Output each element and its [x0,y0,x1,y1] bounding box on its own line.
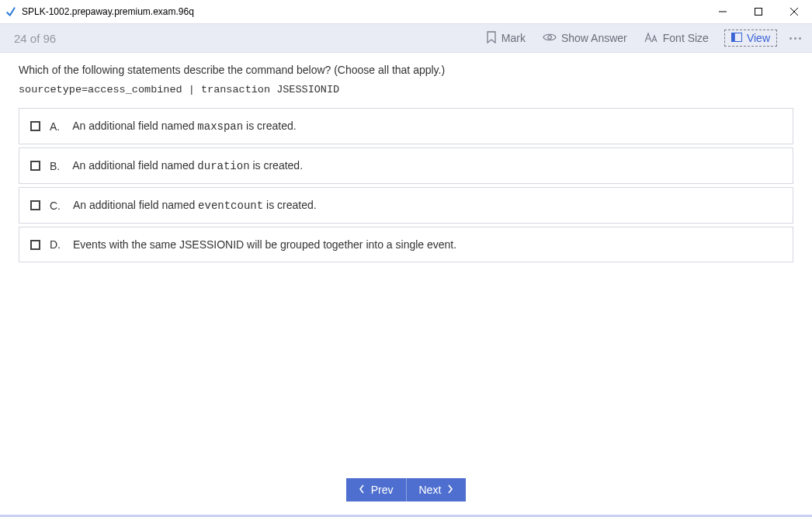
question-counter: 24 of 96 [14,32,56,45]
chevron-right-icon [447,484,453,496]
option-text: Events with the same JSESSIONID will be … [73,238,456,251]
checkbox-icon[interactable] [30,200,40,210]
view-layout-icon [731,32,742,44]
next-button[interactable]: Next [407,478,467,501]
prev-button[interactable]: Prev [346,478,407,501]
font-size-button[interactable]: Font Size [644,32,709,45]
eye-icon [543,32,557,44]
checkbox-icon[interactable] [30,161,40,171]
maximize-button[interactable] [741,0,776,23]
view-label: View [747,32,770,44]
options-list: A. An additional field named maxspan is … [19,108,793,262]
window-title: SPLK-1002.prepaway.premium.exam.96q [22,6,705,17]
show-answer-label: Show Answer [561,32,627,44]
close-button[interactable] [776,0,812,23]
app-icon [5,5,17,18]
chevron-left-icon [359,484,365,496]
option-a[interactable]: A. An additional field named maxspan is … [19,108,793,144]
option-c[interactable]: C. An additional field named eventcount … [19,187,793,224]
view-button[interactable]: View [724,29,777,47]
show-answer-button[interactable]: Show Answer [543,32,627,44]
font-size-label: Font Size [663,32,709,44]
checkbox-icon[interactable] [30,121,40,131]
window-controls [705,0,812,23]
svg-rect-1 [755,9,762,16]
question-prompt: Which of the following statements descri… [19,64,793,76]
question-panel: Which of the following statements descri… [0,53,812,262]
option-letter: D. [50,238,61,251]
next-label: Next [419,484,442,496]
window-titlebar: SPLK-1002.prepaway.premium.exam.96q [0,0,812,23]
svg-point-4 [548,36,552,40]
mark-label: Mark [501,32,526,44]
checkbox-icon[interactable] [30,240,40,250]
toolbar: 24 of 96 Mark Show Answer Font Size View [0,23,812,53]
question-code: sourcetype=access_combined | transaction… [19,84,793,95]
bottom-nav: Prev Next [0,478,812,501]
minimize-button[interactable] [705,0,741,23]
mark-button[interactable]: Mark [486,31,526,46]
option-text: An additional field named duration is cr… [72,159,303,172]
prev-label: Prev [371,484,394,496]
option-letter: C. [50,200,61,212]
bookmark-icon [486,31,497,46]
font-size-icon [644,32,658,45]
option-text: An additional field named maxspan is cre… [72,120,296,133]
option-letter: A. [50,120,60,133]
option-text: An additional field named eventcount is … [73,199,317,212]
option-b[interactable]: B. An additional field named duration is… [19,147,793,184]
svg-rect-6 [732,33,735,41]
option-d[interactable]: D. Events with the same JSESSIONID will … [19,227,793,262]
more-button[interactable] [789,37,801,40]
option-letter: B. [50,160,60,172]
